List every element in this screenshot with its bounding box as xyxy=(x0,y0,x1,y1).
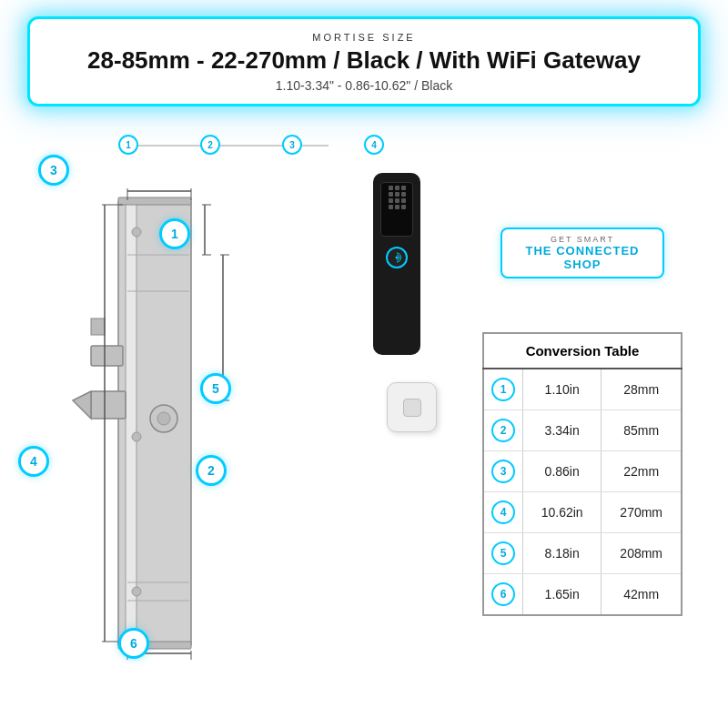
table-row: 30.86in22mm xyxy=(483,451,682,492)
callout-6: 6 xyxy=(118,628,149,659)
brand-name: THE CONNECTED SHOP xyxy=(511,244,653,271)
svg-point-11 xyxy=(132,432,141,441)
step-3: 3 xyxy=(282,135,302,155)
row-number: 6 xyxy=(483,574,523,616)
row-number: 2 xyxy=(483,410,523,451)
callout-4: 4 xyxy=(18,446,49,477)
row-inches: 10.62in xyxy=(523,492,602,533)
row-inches: 0.86in xyxy=(523,451,602,492)
svg-point-12 xyxy=(132,587,141,596)
lock-body-diagram xyxy=(64,182,246,664)
step-1: 1 xyxy=(118,135,138,155)
callout-5: 5 xyxy=(200,373,231,404)
brand-box: GET SMART THE CONNECTED SHOP xyxy=(500,228,664,278)
lock-area: 3 1 5 4 2 6 xyxy=(18,155,300,673)
conversion-table-container: Conversion Table 11.10in28mm23.34in85mm3… xyxy=(482,332,682,616)
header-section: MORTISE SIZE 28-85mm - 22-270mm / Black … xyxy=(27,16,701,106)
callout-2: 2 xyxy=(196,455,227,486)
row-mm: 85mm xyxy=(602,410,682,451)
brand-connected: THE CO xyxy=(526,244,576,258)
right-section: GET SMART THE CONNECTED SHOP Conversion … xyxy=(328,155,710,701)
row-mm: 28mm xyxy=(602,369,682,410)
table-row: 23.34in85mm xyxy=(483,410,682,451)
callout-3: 3 xyxy=(38,155,69,186)
keypad-screen xyxy=(380,182,413,237)
row-inches: 1.10in xyxy=(523,369,602,410)
row-mm: 208mm xyxy=(602,533,682,574)
row-mm: 22mm xyxy=(602,451,682,492)
svg-point-14 xyxy=(157,412,170,425)
row-mm: 270mm xyxy=(602,492,682,533)
svg-rect-2 xyxy=(91,391,126,419)
row-number: 5 xyxy=(483,533,523,574)
gateway-inner xyxy=(403,399,421,417)
table-row: 58.18in208mm xyxy=(483,533,682,574)
table-row: 61.65in42mm xyxy=(483,574,682,616)
steps-row: 1 2 3 4 xyxy=(118,135,384,155)
wifi-gateway xyxy=(387,382,437,432)
fingerprint-sensor xyxy=(386,247,408,268)
row-inches: 8.18in xyxy=(523,533,602,574)
main-title: 28-85mm - 22-270mm / Black / With WiFi G… xyxy=(48,46,680,75)
table-row: 410.62in270mm xyxy=(483,492,682,533)
row-mm: 42mm xyxy=(602,574,682,616)
svg-rect-4 xyxy=(91,346,123,366)
svg-rect-16 xyxy=(118,197,191,205)
svg-point-32 xyxy=(396,257,399,259)
svg-rect-1 xyxy=(126,200,136,646)
keypad-device xyxy=(373,173,420,355)
svg-marker-3 xyxy=(73,391,91,419)
subtitle: 1.10-3.34" - 0.86-10.62" / Black xyxy=(48,78,680,93)
row-number: 3 xyxy=(483,451,523,492)
callout-1: 1 xyxy=(159,218,190,249)
mortise-label: MORTISE SIZE xyxy=(48,32,680,43)
table-title: Conversion Table xyxy=(483,333,682,369)
row-inches: 3.34in xyxy=(523,410,602,451)
row-number: 1 xyxy=(483,369,523,410)
brand-n: N xyxy=(576,244,585,258)
row-inches: 1.65in xyxy=(523,574,602,616)
svg-point-10 xyxy=(132,228,141,237)
step-4: 4 xyxy=(364,135,384,155)
svg-rect-5 xyxy=(91,318,105,335)
step-2: 2 xyxy=(200,135,220,155)
get-smart-text: GET SMART xyxy=(511,235,653,244)
row-number: 4 xyxy=(483,492,523,533)
conversion-table: Conversion Table 11.10in28mm23.34in85mm3… xyxy=(482,332,682,616)
table-row: 11.10in28mm xyxy=(483,369,682,410)
